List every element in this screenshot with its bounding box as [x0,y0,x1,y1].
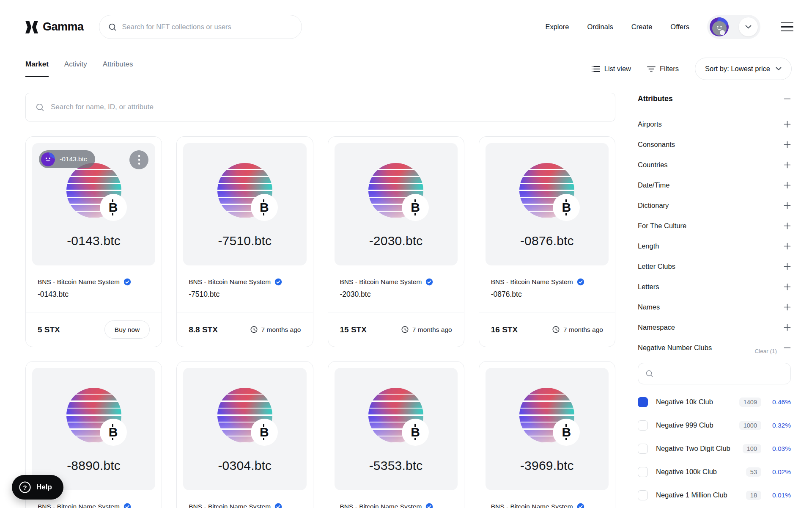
more-options-button[interactable] [129,150,148,169]
global-search[interactable] [99,15,302,39]
attribute-group-row[interactable]: Letters [638,276,791,297]
collection-name[interactable]: BNS - Bitcoin Name System [340,278,422,286]
clock-icon [552,326,560,333]
listings-column: -0143.btc B -0143.btc BNS - Bitcoin Name… [25,93,615,508]
nft-name-on-tile: -0304.btc [218,458,272,473]
nft-card[interactable]: B -0304.btc BNS - Bitcoin Name System -0… [176,361,313,508]
nav-offers[interactable]: Offers [670,23,689,31]
account-dropdown-button[interactable] [739,17,758,36]
filters-label: Filters [660,65,679,73]
collection-name[interactable]: BNS - Bitcoin Name System [491,503,573,508]
club-search-input[interactable] [658,370,783,378]
attribute-group-row[interactable]: Airports [638,114,791,134]
club-option-row[interactable]: Negative 100k Club 53 0.02% [638,460,791,483]
collapse-attributes-button[interactable] [784,95,791,102]
minus-icon [784,95,791,102]
club-checkbox[interactable] [638,490,648,500]
nft-name[interactable]: -2030.btc [340,290,452,299]
attribute-group-row[interactable]: Names [638,297,791,317]
attribute-group-negative-number-clubs[interactable]: Negative Number Clubs Clear (1) [638,337,791,358]
attributes-header[interactable]: Attributes [638,93,791,105]
plus-icon [784,324,791,331]
nav-ordinals[interactable]: Ordinals [587,23,613,31]
card-info: BNS - Bitcoin Name System -5353.btc [328,503,464,508]
club-option-row[interactable]: Negative 999 Club 1000 0.32% [638,414,791,437]
verified-badge-icon [425,278,433,286]
nft-name[interactable]: -0143.btc [38,290,150,299]
attribute-group-row[interactable]: Namespace [638,317,791,337]
help-button[interactable]: ? Help [12,475,63,500]
club-checkbox[interactable] [638,467,648,477]
hamburger-menu-icon[interactable] [781,22,793,32]
help-label: Help [36,483,52,491]
club-option-row[interactable]: Negative 1 Million Club 18 0.01% [638,483,791,507]
attribute-group-row[interactable]: Letter Clubs [638,256,791,276]
nft-name[interactable]: -0876.btc [491,290,603,299]
tab-activity[interactable]: Activity [64,60,87,77]
verified-badge-icon [577,278,584,286]
attribute-group-row[interactable]: Countries [638,155,791,175]
card-info: BNS - Bitcoin Name System -0304.btc [177,503,313,508]
attribute-group-row[interactable]: Consonants [638,134,791,155]
club-checkbox[interactable] [638,420,648,431]
tab-market[interactable]: Market [25,60,49,77]
listed-time: 7 months ago [250,326,301,334]
nft-card[interactable]: B -2030.btc BNS - Bitcoin Name System -2… [328,136,464,347]
nav-explore[interactable]: Explore [545,23,569,31]
club-percent: 0.03% [764,445,791,453]
collection-name[interactable]: BNS - Bitcoin Name System [38,278,120,286]
club-option-row[interactable]: Negative Two Digit Club 100 0.03% [638,437,791,460]
gamma-logo[interactable]: Gamma [25,20,84,33]
club-search[interactable] [638,363,791,384]
card-info: BNS - Bitcoin Name System -0876.btc [479,278,615,299]
listed-time: 7 months ago [552,326,603,334]
attribute-group-row[interactable]: Length [638,236,791,256]
attribute-group-row[interactable]: Date/Time [638,175,791,195]
tab-attributes[interactable]: Attributes [103,60,133,77]
attribute-group-row[interactable]: For The Culture [638,215,791,236]
list-view-toggle[interactable]: List view [592,65,631,73]
collapse-group-button[interactable] [784,344,791,351]
club-checkbox[interactable] [638,397,648,407]
club-label: Negative 10k Club [656,398,739,406]
owner-badge[interactable]: -0143.btc [39,150,95,168]
club-checkbox[interactable] [638,444,648,454]
nft-card[interactable]: B -5353.btc BNS - Bitcoin Name System -5… [328,361,464,508]
clock-icon [250,326,258,333]
filters-button[interactable]: Filters [647,65,679,73]
nft-card[interactable]: B -0876.btc BNS - Bitcoin Name System -0… [479,136,615,347]
collection-search-input[interactable] [51,103,605,111]
nft-card[interactable]: -0143.btc B -0143.btc BNS - Bitcoin Name… [25,136,162,347]
account-menu[interactable] [707,15,760,39]
collection-name[interactable]: BNS - Bitcoin Name System [491,278,573,286]
collection-name[interactable]: BNS - Bitcoin Name System [340,503,422,508]
verified-badge-icon [425,503,433,508]
sort-dropdown[interactable]: Sort by: Lowest price [695,58,792,80]
clear-filter-link[interactable]: Clear (1) [754,348,777,354]
collection-name[interactable]: BNS - Bitcoin Name System [189,278,271,286]
plus-icon [784,304,791,311]
club-count-badge: 1000 [739,421,761,430]
avatar[interactable] [710,17,729,36]
collection-name[interactable]: BNS - Bitcoin Name System [38,503,120,508]
attribute-group-label: Date/Time [638,181,670,189]
nav-create[interactable]: Create [631,23,653,31]
nft-card[interactable]: B -3969.btc BNS - Bitcoin Name System -3… [479,361,615,508]
nft-image-tile: B -3969.btc [486,368,609,490]
buy-now-button[interactable]: Buy now [104,320,150,339]
card-footer: 8.8 STX 7 months ago [177,312,313,347]
nft-name[interactable]: -7510.btc [189,290,301,299]
bitcoin-badge: B [402,194,429,221]
global-search-input[interactable] [122,23,293,31]
collection-search[interactable] [25,93,615,121]
view-controls: List view Filters Sort by: Lowest price [592,58,792,80]
attribute-group-label: Letters [638,283,659,291]
attributes-sidebar: Attributes Airports Consonants Countries… [638,93,791,507]
club-count-badge: 100 [743,444,761,453]
top-navbar: Gamma Explore Ordinals Create Offers [0,0,812,54]
card-footer: 16 STX 7 months ago [479,312,615,347]
nft-card[interactable]: B -7510.btc BNS - Bitcoin Name System -7… [176,136,313,347]
attribute-group-row[interactable]: Dictionary [638,195,791,215]
collection-name[interactable]: BNS - Bitcoin Name System [189,503,271,508]
club-option-row[interactable]: Negative 10k Club 1409 0.46% [638,390,791,414]
